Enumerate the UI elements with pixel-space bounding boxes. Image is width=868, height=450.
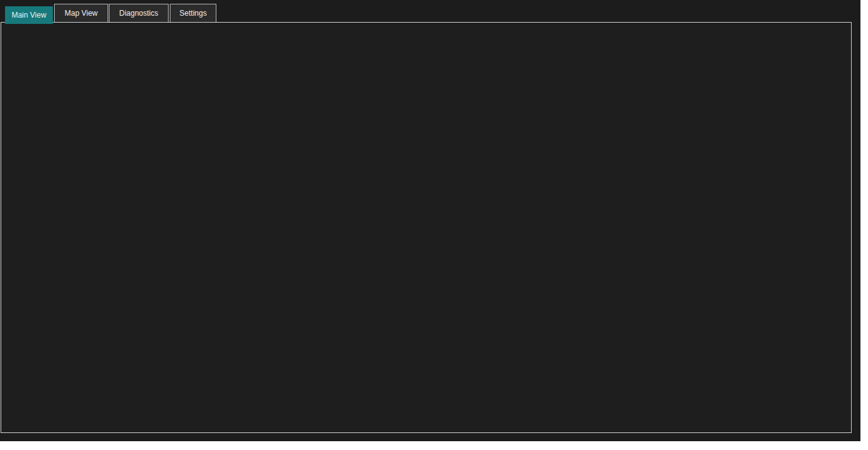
main-view-page — [1, 22, 852, 433]
tab-settings[interactable]: Settings — [170, 4, 216, 22]
tab-map-view[interactable]: Map View — [54, 4, 108, 22]
radar-app-window: Main View Map View Diagnostics Settings … — [0, 0, 860, 441]
tab-diagnostics[interactable]: Diagnostics — [109, 4, 169, 22]
tab-main-view[interactable]: Main View — [5, 6, 53, 24]
